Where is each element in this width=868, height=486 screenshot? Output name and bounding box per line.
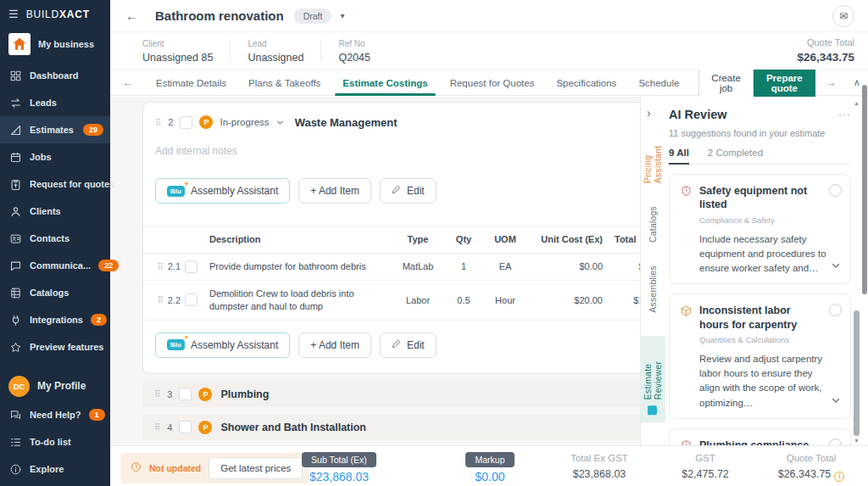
vtab-catalogs[interactable]: Catalogs [648,206,658,243]
sidebar-item-todo-list[interactable]: To-do list [0,428,110,455]
sidebar-item-my-business[interactable]: My business [0,26,110,62]
assembly-assistant-button[interactable]: Blu✦ Assembly Assistant [155,332,290,358]
status-dropdown[interactable]: In-progress [220,117,269,127]
section-2-card: ⠿ 2 P In-progress Waste Management Add i… [142,102,640,374]
hamburger-menu-icon[interactable]: ☰ [8,8,19,20]
vtab-estimate-reviewer[interactable]: Estimate Reviewer [640,336,665,422]
section-4-row[interactable]: ⠿ 4 P Shower and Bath Installation [142,415,640,440]
section-3-row[interactable]: ⠿ 3 P Plumbing [142,382,640,407]
sidebar-footer: DC My Profile Need Help? 1 To-do list Ex… [0,371,110,486]
sidebar-item-integrations[interactable]: Integrations 2 [0,306,110,333]
collapse-panel-icon[interactable]: ∧ [854,77,860,88]
ai-review-title: AI Review [669,108,727,121]
sidebar-item-leads[interactable]: Leads [0,89,110,116]
info-icon[interactable]: i [834,472,844,482]
chevron-down-icon[interactable] [276,119,284,126]
sidebar-item-communications[interactable]: Communica... 22 [0,252,110,279]
ref-no-field[interactable]: Ref No Q2045 [338,39,370,64]
total-ex-gst-label: Total Ex GST [548,453,650,463]
suggestion-radio[interactable] [829,184,842,197]
email-button[interactable]: ✉ [832,5,854,27]
tab-plans-takeoffs[interactable]: Plans & Takeoffs [237,70,331,95]
vtab-pricing-assistant[interactable]: Pricing Assistant [643,131,663,183]
sidebar-item-label: Estimates [30,125,74,135]
tab-estimate-costings[interactable]: Estimate Costings [331,70,438,95]
sidebar-item-preview-features[interactable]: Preview features [0,333,110,360]
suggestion-radio[interactable] [829,304,842,316]
cost-items-table: Description Type Qty UOM Unit Cost (Ex) … [143,226,640,321]
estimate-content: ⠿ 2 P In-progress Waste Management Add i… [110,97,868,445]
edit-button[interactable]: Edit [380,332,437,358]
suggestion-card[interactable]: Safety equipment not listed Compliance &… [669,174,851,284]
prepare-quote-button[interactable]: Prepare quote [754,67,815,99]
preview-features-icon [8,340,22,354]
sidebar-item-clients[interactable]: Clients [0,198,110,225]
row-checkbox[interactable] [185,260,198,273]
sidebar-item-explore[interactable]: Explore [0,455,110,483]
table-row[interactable]: ⠿2.2 Demolition Crew to load debris into… [143,281,640,321]
chevron-down-icon[interactable] [831,259,841,274]
suggestion-card[interactable]: Inconsistent labor hours for carpentry Q… [669,293,851,419]
panel-collapse-icon[interactable]: › [647,106,651,120]
status-caret-icon[interactable]: ▾ [340,11,344,20]
drag-handle-icon[interactable]: ⠿ [157,295,163,304]
row-qty: 0.5 [445,295,482,305]
suggestion-card[interactable]: Plumbing compliance not verified Complia… [669,428,851,445]
vtab-assemblies[interactable]: Assemblies [648,265,658,313]
chevron-down-icon[interactable] [831,394,841,409]
drag-handle-icon[interactable]: ⠿ [154,389,160,399]
section-checkbox[interactable] [179,421,192,433]
panel-scrollbar-thumb[interactable] [854,310,860,436]
lead-field[interactable]: Lead Unassigned [248,39,303,64]
section-checkbox[interactable] [179,388,192,400]
suggestion-title: Plumbing compliance not verified [699,439,822,445]
sidebar-item-jobs[interactable]: Jobs [0,143,110,170]
internal-notes-input[interactable]: Add internal notes [155,145,640,157]
contacts-icon [8,232,22,245]
markup-value[interactable]: $0.00 [424,470,556,483]
assembly-assistant-button[interactable]: Blu✦ Assembly Assistant [155,178,290,204]
sidebar-item-contacts[interactable]: Contacts [0,225,110,252]
scroll-up-icon[interactable]: ▲ [854,100,860,106]
quote-total-block: Quote Total $26,343.75i [756,453,866,482]
drag-handle-icon[interactable]: ⠿ [157,262,163,271]
filter-tab-all[interactable]: 9 All [669,148,689,164]
sidebar-item-catalogs[interactable]: Catalogs [0,279,110,306]
scroll-down-icon[interactable]: ▼ [854,438,860,444]
table-row[interactable]: ⠿2.1 Provide dumpster for bathroom debri… [143,254,640,281]
sidebar-item-label: Contacts [30,233,70,243]
suggestion-radio[interactable] [829,439,842,445]
panel-scrollbar[interactable]: ▲ ▼ [853,98,860,444]
add-item-button[interactable]: + Add Item [298,178,371,204]
page-scrollbar-thumb[interactable] [862,85,867,294]
sidebar-item-my-profile[interactable]: DC My Profile [0,371,110,401]
sidebar-item-estimates[interactable]: Estimates 29 [0,116,110,143]
tab-request-for-quotes[interactable]: Request for Quotes [439,70,546,95]
client-field[interactable]: Client Unassigned 85 [142,39,213,64]
more-options-icon[interactable]: ··· [838,109,851,120]
tab-estimate-details[interactable]: Estimate Details [145,70,237,95]
section-checkbox[interactable] [180,116,192,129]
tab-schedule[interactable]: Schedule [627,70,690,95]
drag-handle-icon[interactable]: ⠿ [154,422,160,432]
tab-specifications[interactable]: Specifications [545,70,627,95]
row-checkbox[interactable] [185,293,198,306]
tabs-scroll-left-icon[interactable]: ← [122,76,133,89]
sidebar-item-label: Dashboard [30,70,78,81]
sidebar-item-label: Preview features [30,342,103,352]
create-job-button[interactable]: Create job [698,67,754,99]
subtotal-value[interactable]: $23,868.03 [271,470,407,483]
drag-handle-icon[interactable]: ⠿ [155,118,161,127]
back-arrow-icon[interactable]: ← [125,8,138,23]
add-item-button[interactable]: + Add Item [298,332,371,358]
quote-total-label: Quote Total [797,37,854,47]
edit-button[interactable]: Edit [380,178,437,204]
tabs-scroll-right-icon[interactable]: → [826,76,837,89]
sidebar-item-need-help[interactable]: Need Help? 1 [0,401,110,428]
row-type: MatLab [391,261,445,271]
sidebar-item-request-for-quotes[interactable]: Request for quotes [0,170,110,198]
sidebar-item-dashboard[interactable]: Dashboard [0,62,110,89]
need-help-count-badge: 1 [89,409,105,421]
sidebar-item-label: Need Help? [30,410,81,420]
filter-tab-completed[interactable]: 2 Completed [708,148,763,164]
